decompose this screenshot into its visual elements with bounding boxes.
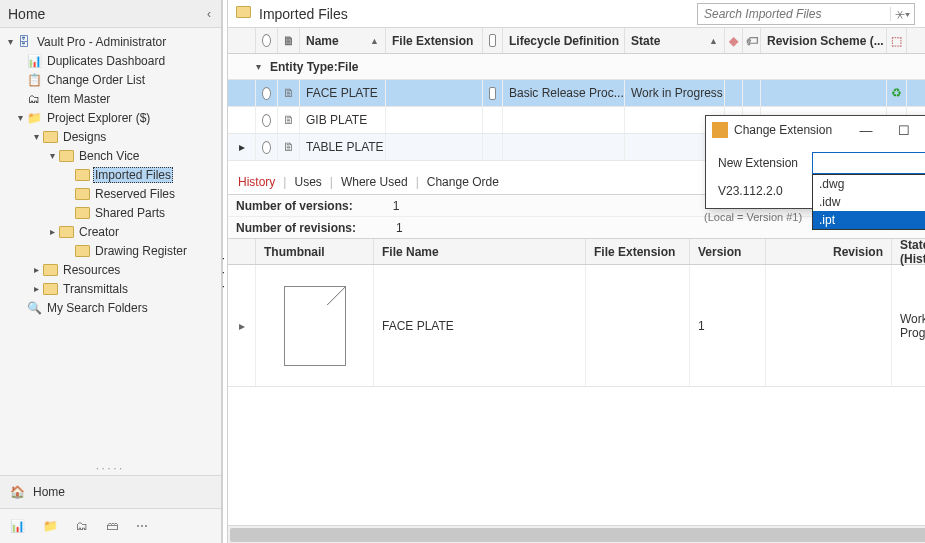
folder-icon bbox=[236, 6, 251, 21]
tool-icon[interactable]: 🗂 bbox=[76, 519, 88, 533]
grid-header: 🗎 Name▲ File Extension Lifecycle Definit… bbox=[228, 28, 925, 54]
tree-item-designs[interactable]: ▾Designs bbox=[0, 127, 221, 146]
thumbnail-cell bbox=[256, 265, 374, 386]
folder-icon bbox=[74, 186, 90, 202]
checkbox-col[interactable] bbox=[256, 28, 278, 53]
radio-icon bbox=[262, 141, 271, 154]
col-tag[interactable]: 🏷 bbox=[743, 28, 761, 53]
col-life-chk[interactable] bbox=[483, 28, 503, 53]
version-grid-header: Thumbnail File Name File Extension Versi… bbox=[228, 239, 925, 265]
tree-item[interactable]: ▸Resources bbox=[0, 260, 221, 279]
col-life[interactable]: Lifecycle Definition bbox=[503, 28, 625, 53]
horizontal-scrollbar[interactable] bbox=[228, 525, 925, 543]
version-row[interactable]: ▸ FACE PLATE 1 Work in Progre bbox=[228, 265, 925, 387]
home-button[interactable]: 🏠 Home bbox=[0, 475, 221, 509]
minimize-button[interactable]: ― bbox=[850, 123, 882, 138]
extension-field-row: New Extension ▾ .dwg .idw .ipt bbox=[718, 152, 925, 174]
tree-item[interactable]: Shared Parts bbox=[0, 203, 221, 222]
col-fileext[interactable]: File Extension bbox=[586, 239, 690, 264]
field-label: New Extension bbox=[718, 156, 802, 170]
tree-item-imported[interactable]: Imported Files bbox=[0, 165, 221, 184]
col-version[interactable]: Version bbox=[690, 239, 766, 264]
col-rev[interactable]: Revision Scheme (... bbox=[761, 28, 887, 53]
search-input[interactable] bbox=[698, 7, 890, 21]
local-version-note: (Local = Version #1) bbox=[704, 211, 802, 223]
tree-item[interactable]: Reserved Files bbox=[0, 184, 221, 203]
tree-item[interactable]: ▸Transmittals bbox=[0, 279, 221, 298]
tree-item[interactable]: 📋Change Order List bbox=[0, 70, 221, 89]
scrollbar-thumb[interactable] bbox=[230, 528, 925, 542]
tool-icon[interactable]: 📁 bbox=[43, 519, 58, 533]
cell-version: 1 bbox=[690, 265, 766, 386]
collapse-icon[interactable]: ▾ bbox=[256, 61, 270, 72]
more-icon[interactable]: ⋯ bbox=[136, 519, 148, 533]
col-revision[interactable]: Revision bbox=[766, 239, 892, 264]
label-versions: Number of versions: bbox=[236, 199, 353, 213]
checkbox-icon bbox=[489, 34, 496, 47]
search-options-icon[interactable]: ⚹▾ bbox=[890, 7, 914, 21]
sidebar-header: Home ‹ bbox=[0, 0, 221, 28]
value-revisions: 1 bbox=[396, 221, 403, 235]
col-name[interactable]: Name▲ bbox=[300, 28, 386, 53]
tab-where-used[interactable]: Where Used bbox=[339, 172, 410, 192]
col-filename[interactable]: File Name bbox=[374, 239, 586, 264]
home-icon: 🏠 bbox=[10, 485, 25, 499]
col-thumbnail[interactable]: Thumbnail bbox=[256, 239, 374, 264]
tree-item[interactable]: ▸Creator bbox=[0, 222, 221, 241]
checkbox-icon bbox=[489, 87, 496, 100]
grid-row[interactable]: 🗎 FACE PLATE Basic Release Proc... Work … bbox=[228, 80, 925, 107]
extension-combobox[interactable]: ▾ .dwg .idw .ipt bbox=[812, 152, 925, 174]
dialog-body: New Extension ▾ .dwg .idw .ipt V23.112.2… bbox=[706, 144, 925, 208]
tab-change-order[interactable]: Change Orde bbox=[425, 172, 501, 192]
maximize-button[interactable]: ☐ bbox=[888, 123, 920, 138]
radio-icon bbox=[262, 114, 271, 127]
radio-icon bbox=[262, 34, 271, 47]
folder-icon bbox=[74, 167, 90, 183]
tree-root[interactable]: ▾🗄Vault Pro - Administrator bbox=[0, 32, 221, 51]
col-state[interactable]: State▲ bbox=[625, 28, 725, 53]
file-icon: 🗎 bbox=[283, 86, 295, 100]
grid-icon: 🗂 bbox=[26, 91, 42, 107]
col-ext[interactable]: File Extension bbox=[386, 28, 483, 53]
tree-item[interactable]: 📊Duplicates Dashboard bbox=[0, 51, 221, 70]
sidebar-toolbar: 📊 📁 🗂 🗃 ⋯ bbox=[0, 509, 221, 543]
sidebar: Home ‹ ▾🗄Vault Pro - Administrator 📊Dupl… bbox=[0, 0, 222, 543]
tree-item-bench[interactable]: ▾Bench Vice bbox=[0, 146, 221, 165]
col-state[interactable]: State (Histori bbox=[892, 239, 925, 264]
tool-icon[interactable]: 📊 bbox=[10, 519, 25, 533]
tree-item[interactable]: 🗂Item Master bbox=[0, 89, 221, 108]
file-icon: 🗎 bbox=[283, 113, 295, 127]
col-end[interactable]: ⬚ bbox=[887, 28, 907, 53]
icon-col[interactable]: 🗎 bbox=[278, 28, 300, 53]
dialog-titlebar[interactable]: Change Extension ― ☐ ✕ bbox=[706, 116, 925, 144]
tool-icon[interactable]: 🗃 bbox=[106, 519, 118, 533]
dropdown-option[interactable]: .dwg bbox=[813, 175, 925, 193]
dialog-version: V23.112.2.0 bbox=[718, 184, 783, 198]
group-row[interactable]: ▾ Entity Type:File bbox=[228, 54, 925, 80]
search-box[interactable]: ⚹▾ bbox=[697, 3, 915, 25]
dropdown-option[interactable]: .idw bbox=[813, 193, 925, 211]
recycle-icon[interactable]: ♻ bbox=[887, 80, 907, 106]
col-flag[interactable]: ◆ bbox=[725, 28, 743, 53]
folder-icon bbox=[58, 224, 74, 240]
group-label: Entity Type:File bbox=[270, 60, 358, 74]
change-extension-dialog: Change Extension ― ☐ ✕ New Extension ▾ .… bbox=[705, 115, 925, 209]
tree-item[interactable]: Drawing Register bbox=[0, 241, 221, 260]
sidebar-title: Home bbox=[8, 6, 205, 22]
sort-asc-icon: ▲ bbox=[370, 36, 379, 46]
radio-icon bbox=[262, 87, 271, 100]
tab-history[interactable]: History bbox=[236, 172, 277, 192]
tab-uses[interactable]: Uses bbox=[292, 172, 323, 192]
cube-icon: ⬚ bbox=[891, 34, 902, 48]
sort-asc-icon: ▲ bbox=[709, 36, 718, 46]
app-icon bbox=[712, 122, 728, 138]
collapse-icon[interactable]: ‹ bbox=[205, 5, 213, 23]
extension-dropdown: .dwg .idw .ipt bbox=[812, 174, 925, 230]
search-folder-icon: 🔍 bbox=[26, 300, 42, 316]
extension-input[interactable] bbox=[812, 152, 925, 174]
value-versions: 1 bbox=[393, 199, 400, 213]
tree-item-search-folders[interactable]: 🔍My Search Folders bbox=[0, 298, 221, 317]
dropdown-option[interactable]: .ipt bbox=[813, 211, 925, 229]
splitter-horizontal[interactable]: ····· bbox=[0, 462, 221, 475]
tree-item-project-explorer[interactable]: ▾📁Project Explorer ($) bbox=[0, 108, 221, 127]
